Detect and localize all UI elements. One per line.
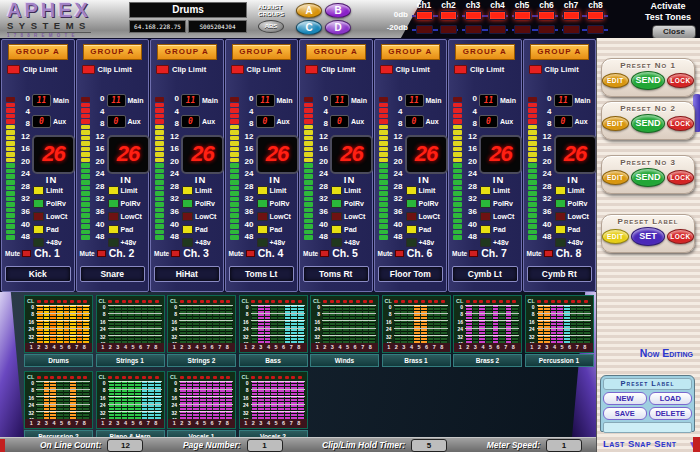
group-select-button[interactable]: GROUP A: [381, 44, 441, 60]
send-button[interactable]: SEND: [631, 114, 665, 133]
indicator-limit[interactable]: Limit: [108, 186, 138, 195]
group-select-button[interactable]: GROUP A: [530, 44, 590, 60]
channel-name-button[interactable]: Cymb Rt: [527, 266, 593, 282]
indicator-pad[interactable]: Pad: [331, 225, 357, 234]
abs-button[interactable]: ABS: [258, 20, 284, 33]
clip-limit-control[interactable]: Clip Limit: [380, 65, 430, 74]
lock-button[interactable]: LOCK: [667, 170, 694, 185]
indicator-limit[interactable]: Limit: [480, 186, 510, 195]
edit-button[interactable]: EDIT: [602, 116, 629, 131]
channel-name-button[interactable]: Snare: [80, 266, 146, 282]
group-select-button[interactable]: GROUP A: [232, 44, 292, 60]
lock-button[interactable]: LOCK: [667, 116, 694, 131]
indicator-pad[interactable]: Pad: [406, 225, 432, 234]
mute-led-button[interactable]: [97, 250, 106, 257]
indicator-polrv[interactable]: PolRv: [33, 199, 66, 208]
indicator-lowct[interactable]: LowCt: [182, 212, 216, 221]
mute-led-button[interactable]: [320, 250, 329, 257]
mute-led-button[interactable]: [469, 250, 478, 257]
new-button[interactable]: NEW: [603, 392, 647, 405]
status-value-field[interactable]: 1: [546, 439, 582, 452]
indicator-48v[interactable]: +48v: [108, 238, 137, 247]
snapshot-group[interactable]: CL08162432401 2 3 4 5 6 7 8Vocals 2: [239, 371, 308, 443]
send-button[interactable]: SEND: [631, 71, 665, 90]
indicator-pad[interactable]: Pad: [257, 225, 283, 234]
indicator-48v[interactable]: +48v: [257, 238, 286, 247]
snapshot-group[interactable]: CL08162432401 2 3 4 5 6 7 8Winds: [310, 295, 379, 367]
indicator-limit[interactable]: Limit: [182, 186, 212, 195]
indicator-pad[interactable]: Pad: [108, 225, 134, 234]
indicator-lowct[interactable]: LowCt: [406, 212, 440, 221]
send-button[interactable]: SEND: [631, 168, 665, 187]
snapshot-group[interactable]: CL08162432401 2 3 4 5 6 7 8Strings 1: [96, 295, 165, 367]
indicator-lowct[interactable]: LowCt: [257, 212, 291, 221]
delete-button[interactable]: DELETE: [649, 407, 693, 420]
mute-led-button[interactable]: [246, 250, 255, 257]
indicator-lowct[interactable]: LowCt: [108, 212, 142, 221]
indicator-polrv[interactable]: PolRv: [108, 199, 141, 208]
indicator-limit[interactable]: Limit: [331, 186, 361, 195]
indicator-lowct[interactable]: LowCt: [480, 212, 514, 221]
indicator-48v[interactable]: +48v: [182, 238, 211, 247]
mute-led-button[interactable]: [395, 250, 404, 257]
group-select-button[interactable]: GROUP A: [83, 44, 143, 60]
indicator-pad[interactable]: Pad: [555, 225, 581, 234]
clip-limit-control[interactable]: Clip Limit: [82, 65, 132, 74]
channel-name-button[interactable]: Kick: [5, 266, 71, 282]
indicator-48v[interactable]: +48v: [33, 238, 62, 247]
status-value-field[interactable]: 1: [247, 439, 283, 452]
mute-led-button[interactable]: [171, 250, 180, 257]
status-value-field[interactable]: 5: [411, 439, 447, 452]
adjust-group-d-button[interactable]: D: [325, 20, 351, 35]
group-select-button[interactable]: GROUP A: [157, 44, 217, 60]
channel-name-button[interactable]: Floor Tom: [378, 266, 444, 282]
indicator-polrv[interactable]: PolRv: [555, 199, 588, 208]
indicator-polrv[interactable]: PolRv: [331, 199, 364, 208]
indicator-polrv[interactable]: PolRv: [480, 199, 513, 208]
group-select-button[interactable]: GROUP A: [455, 44, 515, 60]
mute-led-button[interactable]: [22, 250, 31, 257]
indicator-pad[interactable]: Pad: [182, 225, 208, 234]
indicator-48v[interactable]: +48v: [555, 238, 584, 247]
activate-test-tones-button[interactable]: Activate Test Tones: [638, 1, 698, 23]
indicator-polrv[interactable]: PolRv: [406, 199, 439, 208]
clip-limit-control[interactable]: Clip Limit: [231, 65, 281, 74]
snapshot-group[interactable]: CL08162432401 2 3 4 5 6 7 8Strings 2: [167, 295, 236, 367]
snapshot-group[interactable]: CL08162432401 2 3 4 5 6 7 8Brass 2: [453, 295, 522, 367]
snapshot-group[interactable]: CL08162432401 2 3 4 5 6 7 8Drums: [24, 295, 93, 367]
indicator-lowct[interactable]: LowCt: [331, 212, 365, 221]
lock-button[interactable]: LOCK: [667, 73, 694, 88]
indicator-limit[interactable]: Limit: [257, 186, 287, 195]
load-button[interactable]: LOAD: [649, 392, 693, 405]
group-name-display[interactable]: Drums: [129, 2, 247, 18]
indicator-limit[interactable]: Limit: [33, 186, 63, 195]
snapshot-group[interactable]: CL08162432401 2 3 4 5 6 7 8Percussion 1: [525, 295, 594, 367]
adjust-group-a-button[interactable]: A: [296, 3, 322, 18]
adjust-group-b-button[interactable]: B: [325, 3, 351, 18]
snapshot-group[interactable]: CL08162432401 2 3 4 5 6 7 8Brass 1: [382, 295, 451, 367]
edit-button[interactable]: EDIT: [602, 229, 629, 244]
channel-name-button[interactable]: Toms Rt: [303, 266, 369, 282]
indicator-lowct[interactable]: LowCt: [555, 212, 589, 221]
clip-limit-control[interactable]: Clip Limit: [7, 65, 57, 74]
set-button[interactable]: SET: [631, 227, 665, 246]
indicator-pad[interactable]: Pad: [480, 225, 506, 234]
clip-limit-control[interactable]: Clip Limit: [156, 65, 206, 74]
lock-button[interactable]: LOCK: [667, 229, 694, 244]
clip-limit-control[interactable]: Clip Limit: [529, 65, 579, 74]
snapshot-group[interactable]: CL08162432401 2 3 4 5 6 7 8Percussion 2: [24, 371, 93, 443]
clip-limit-control[interactable]: Clip Limit: [454, 65, 504, 74]
channel-name-button[interactable]: HiHat: [154, 266, 220, 282]
indicator-lowct[interactable]: LowCt: [33, 212, 67, 221]
indicator-48v[interactable]: +48v: [480, 238, 509, 247]
channel-name-button[interactable]: Cymb Lt: [452, 266, 518, 282]
indicator-limit[interactable]: Limit: [555, 186, 585, 195]
adjust-group-c-button[interactable]: C: [296, 20, 322, 35]
clip-limit-control[interactable]: Clip Limit: [305, 65, 355, 74]
save-button[interactable]: SAVE: [603, 407, 647, 420]
mute-led-button[interactable]: [544, 250, 553, 257]
snapshot-group[interactable]: CL08162432401 2 3 4 5 6 7 8Piano & Harp: [96, 371, 165, 443]
status-value-field[interactable]: 12: [107, 439, 143, 452]
indicator-polrv[interactable]: PolRv: [257, 199, 290, 208]
group-select-button[interactable]: GROUP A: [8, 44, 68, 60]
